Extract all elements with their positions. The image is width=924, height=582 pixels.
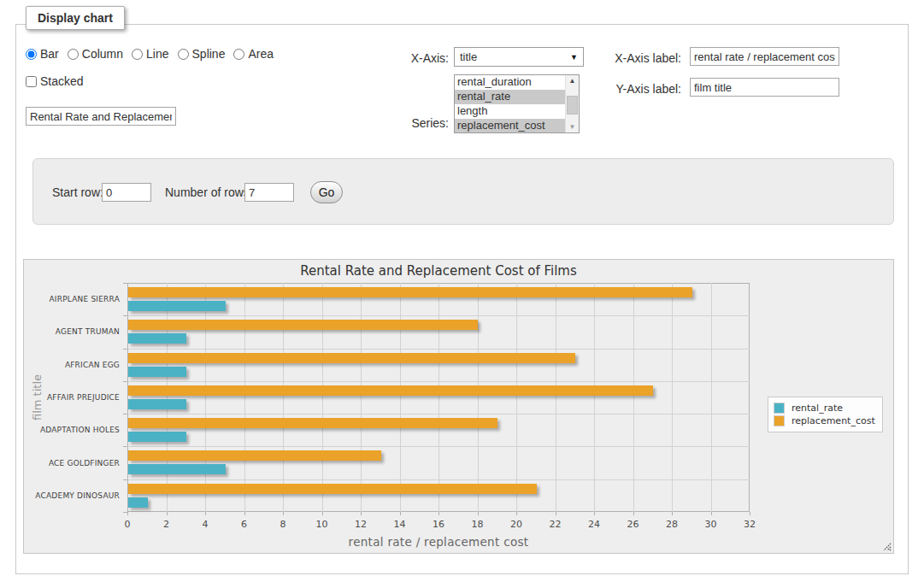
radio-column-label: Column [82,47,123,61]
num-rows-label: Number of rows: [165,185,253,199]
x-tick-mark [750,512,750,515]
x-tick-mark [361,512,362,515]
go-button[interactable]: Go [310,181,343,203]
x-tick-mark [633,512,634,515]
x-tick-label: 8 [266,519,300,530]
y-tick-mark [123,479,127,480]
x-tick-mark [167,512,168,515]
chevron-down-icon: ▼ [570,53,578,62]
bar-replacement_cost[interactable] [128,418,497,428]
resize-handle-icon[interactable] [881,541,892,551]
chart-panel: Rental Rate and Replacement Cost of Film… [23,259,894,554]
gridline [127,446,750,447]
params-panel: Start row: Number of rows: Go [32,158,894,225]
bar-rental_rate[interactable] [128,333,186,344]
x-tick-label: 26 [616,519,650,530]
radio-spline-label: Spline [192,47,226,61]
x-tick-label: 28 [655,519,689,530]
x-tick-mark [127,512,128,515]
bar-rental_rate[interactable] [128,367,186,377]
x-tick-mark [672,512,673,515]
gridline [127,479,750,480]
radio-area[interactable]: Area [233,47,274,61]
y-tick-mark [123,315,127,316]
radio-area-input[interactable] [233,49,244,60]
radio-line[interactable]: Line [132,47,168,61]
radio-column-input[interactable] [68,49,79,60]
start-row-label: Start row: [52,185,103,199]
gridline [127,315,750,316]
bar-replacement_cost[interactable] [128,484,537,494]
x-tick-label: 10 [305,519,339,530]
x-axis-field-label: X-Axis: [376,51,449,65]
series-scrollbar[interactable]: ▲ ▼ [565,75,579,132]
radio-spline-input[interactable] [178,49,189,60]
gridline [478,283,479,512]
x-tick-mark [283,512,284,515]
x-axis-label-input[interactable] [690,47,839,66]
series-option[interactable]: rental_duration [455,75,565,90]
x-axis-select[interactable]: title ▼ [454,47,584,67]
x-tick-label: 20 [499,519,533,530]
series-listbox[interactable]: rental_duration rental_rate length repla… [454,74,580,133]
radio-spline[interactable]: Spline [178,47,226,61]
x-axis-select-value: title [460,50,477,63]
gridline [127,349,750,350]
radio-column[interactable]: Column [68,47,123,61]
x-tick-mark [205,512,206,515]
x-tick-mark [322,512,323,515]
num-rows-input[interactable] [244,183,294,202]
legend-item: rental_rate [774,403,875,414]
x-axis-label-field-label: X-Axis label: [588,51,681,65]
legend-swatch [774,403,785,414]
gridline [400,283,401,512]
x-tick-mark [244,512,245,515]
stacked-checkbox-input[interactable] [26,76,37,87]
y-tick-mark [123,512,127,513]
x-tick-label: 22 [539,519,573,530]
x-tick-label: 14 [383,519,417,530]
gridline [244,283,245,512]
start-row-input[interactable] [102,183,151,202]
gridline [127,381,750,382]
chart-title-input[interactable] [26,107,176,126]
series-option[interactable]: length [455,104,565,119]
y-axis-label-input[interactable] [690,78,839,97]
gridline [633,283,634,512]
chart-canvas: 02468101214161820222426283032AIRPLANE SI… [24,260,893,553]
bar-replacement_cost[interactable] [128,353,575,363]
series-option[interactable]: replacement_cost [455,119,565,133]
x-axis-title: rental rate / replacement cost [127,535,750,549]
y-axis-label-field-label: Y-Axis label: [588,82,681,96]
legend-label: rental_rate [792,403,843,414]
scroll-up-icon[interactable]: ▲ [566,75,579,86]
x-tick-mark [711,512,712,515]
panel-legend: Display chart [26,6,125,30]
chart-legend: rental_ratereplacement_cost [768,397,883,432]
y-axis-title: film title [31,283,44,512]
stacked-label: Stacked [40,74,84,88]
gridline [361,283,362,512]
radio-bar[interactable]: Bar [26,47,59,61]
bar-replacement_cost[interactable] [128,320,478,330]
x-tick-mark [400,512,401,515]
scroll-down-icon[interactable]: ▼ [566,121,579,132]
bar-replacement_cost[interactable] [128,450,381,461]
series-option[interactable]: rental_rate [455,90,565,104]
bar-rental_rate[interactable] [128,432,186,442]
bar-replacement_cost[interactable] [128,385,653,396]
stacked-checkbox[interactable]: Stacked [26,74,84,88]
bar-rental_rate[interactable] [128,301,226,311]
bar-rental_rate[interactable] [128,464,226,474]
y-tick-mark [123,381,127,382]
legend-swatch [774,415,785,426]
bar-rental_rate[interactable] [128,497,148,508]
y-tick-mark [123,414,127,414]
legend-label: replacement_cost [792,415,875,426]
gridline [516,283,517,512]
bar-replacement_cost[interactable] [128,287,692,297]
radio-bar-input[interactable] [26,49,37,60]
radio-line-input[interactable] [132,49,143,60]
bar-rental_rate[interactable] [128,399,186,409]
scroll-thumb[interactable] [567,96,578,115]
